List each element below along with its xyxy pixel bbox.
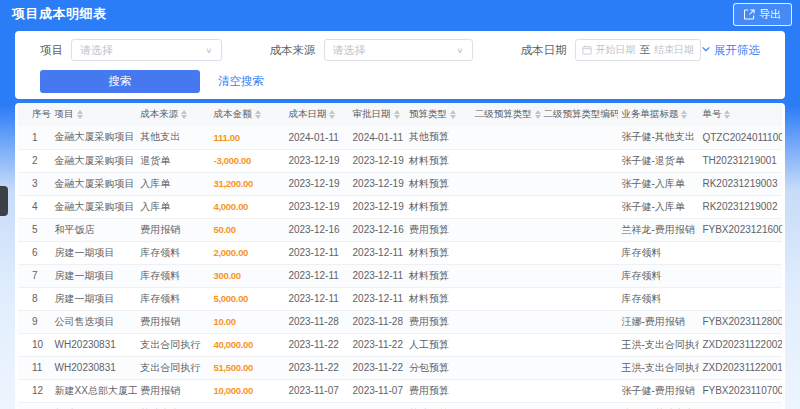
table-row: 12新建XX总部大厦工程二期费用报销10,000.002023-11-07202… bbox=[18, 379, 782, 402]
table-cell: 其他预算 bbox=[406, 126, 472, 149]
table-cell: 张子健-其他支出 bbox=[618, 402, 699, 409]
table-cell: 费用预算 bbox=[406, 310, 472, 333]
table-cell: -3,000.00 bbox=[211, 149, 286, 172]
table-cell: 2023-12-11 bbox=[285, 241, 349, 264]
sort-caret-icon[interactable] bbox=[724, 110, 730, 119]
table-cell: 2023-11-22 bbox=[350, 333, 407, 356]
table-cell: 费用报销 bbox=[137, 218, 210, 241]
table-cell: 张子健-入库单 bbox=[618, 195, 699, 218]
project-select[interactable]: 请选择 ∨ bbox=[71, 39, 222, 61]
table-cell: 费用报销 bbox=[137, 310, 210, 333]
table-cell: 2023-10-27 bbox=[285, 402, 349, 409]
table-cell: 库存领料 bbox=[137, 264, 210, 287]
table-cell: 入库单 bbox=[137, 195, 210, 218]
date-filter-label: 成本日期 bbox=[521, 43, 567, 58]
sort-caret-icon[interactable] bbox=[450, 110, 456, 119]
table-cell: 新建XX总部大厦工程二期 bbox=[52, 379, 138, 402]
column-header-4[interactable]: 成本日期 bbox=[285, 103, 349, 126]
table-cell: 王洪-支出合同执行 bbox=[618, 333, 699, 356]
table-cell: 库存领料 bbox=[137, 241, 210, 264]
sort-caret-icon[interactable] bbox=[394, 110, 400, 119]
table-cell: 金融大厦采购项目 bbox=[52, 172, 138, 195]
table-cell bbox=[472, 172, 541, 195]
chevron-down-icon bbox=[701, 44, 711, 56]
table-cell bbox=[472, 195, 541, 218]
column-header-1[interactable]: 项目 bbox=[52, 103, 138, 126]
column-header-label: 二级预算类型编码 bbox=[544, 108, 619, 119]
table-row: 6房建一期项目库存领料2,000.002023-12-112023-12-11材… bbox=[18, 241, 782, 264]
column-header-8[interactable]: 二级预算类型编码 bbox=[541, 103, 619, 126]
table-cell: 50.00 bbox=[211, 218, 286, 241]
column-header-9[interactable]: 业务单据标题 bbox=[618, 103, 699, 126]
table-row: 11WH20230831支出合同执行51,500.002023-11-22202… bbox=[18, 356, 782, 379]
table-cell bbox=[472, 287, 541, 310]
column-header-label: 二级预算类型 bbox=[475, 108, 532, 119]
table-header-row: 序号项目成本来源成本金额成本日期审批日期预算类型二级预算类型二级预算类型编码业务… bbox=[18, 103, 782, 126]
table-cell: 人工预算 bbox=[406, 333, 472, 356]
sort-caret-icon[interactable] bbox=[255, 110, 261, 119]
table-cell bbox=[541, 310, 619, 333]
source-select[interactable]: 请选择 ∨ bbox=[324, 39, 473, 61]
table-cell: FYBX20231107001 bbox=[699, 379, 782, 402]
table-cell: 3 bbox=[18, 172, 52, 195]
table-cell: 入库单 bbox=[137, 172, 210, 195]
expand-filters-link[interactable]: 展开筛选 bbox=[701, 43, 760, 58]
sort-caret-icon[interactable] bbox=[535, 110, 541, 119]
table-cell: 和平饭店 bbox=[52, 218, 138, 241]
table-cell: 2023-12-19 bbox=[350, 195, 407, 218]
column-header-3[interactable]: 成本金额 bbox=[211, 103, 286, 126]
column-header-10[interactable]: 单号 bbox=[699, 103, 782, 126]
table-cell: 金融大厦采购项目 bbox=[52, 126, 138, 149]
clear-search-button[interactable]: 清空搜索 bbox=[218, 74, 264, 89]
export-icon bbox=[744, 9, 755, 20]
date-separator: 至 bbox=[640, 43, 651, 57]
table-cell: 300.00 bbox=[211, 264, 286, 287]
table-cell: 111.00 bbox=[211, 126, 286, 149]
export-button[interactable]: 导出 bbox=[733, 3, 792, 26]
table-cell: 10.00 bbox=[211, 310, 286, 333]
column-header-label: 业务单据标题 bbox=[621, 108, 678, 119]
table-cell: 汪娜-费用报销 bbox=[618, 310, 699, 333]
table-cell: WH20230831 bbox=[52, 356, 138, 379]
table-cell: 库存领料 bbox=[618, 287, 699, 310]
column-header-7[interactable]: 二级预算类型 bbox=[472, 103, 541, 126]
cost-detail-table-card: 序号项目成本来源成本金额成本日期审批日期预算类型二级预算类型二级预算类型编码业务… bbox=[15, 103, 785, 409]
table-cell: 2023-12-19 bbox=[350, 172, 407, 195]
table-cell: 4 bbox=[18, 195, 52, 218]
table-cell: 张子健-费用报销 bbox=[618, 379, 699, 402]
table-cell: ZXD20231122002 bbox=[699, 333, 782, 356]
table-cell: 其他预算 bbox=[406, 402, 472, 409]
table-cell bbox=[472, 241, 541, 264]
column-header-2[interactable]: 成本来源 bbox=[137, 103, 210, 126]
table-cell: 支出合同执行 bbox=[137, 333, 210, 356]
table-row: 13超付预警项目其他支出100,000,000.002023-10-272023… bbox=[18, 402, 782, 409]
table-cell: 费用报销 bbox=[137, 379, 210, 402]
date-range-input[interactable]: 开始日期 至 结束日期 bbox=[575, 39, 702, 61]
search-button[interactable]: 搜索 bbox=[40, 70, 200, 93]
table-cell: 2023-11-22 bbox=[285, 356, 349, 379]
table-cell: 房建一期项目 bbox=[52, 287, 138, 310]
table-cell: 2023-12-11 bbox=[350, 287, 407, 310]
table-cell: 9 bbox=[18, 310, 52, 333]
table-cell: 2023-12-19 bbox=[350, 149, 407, 172]
filter-panel: 项目 请选择 ∨ 成本来源 请选择 ∨ 成本日期 开始日期 至 结束日期 bbox=[15, 31, 785, 99]
sort-caret-icon[interactable] bbox=[181, 110, 187, 119]
column-header-6[interactable]: 预算类型 bbox=[406, 103, 472, 126]
table-cell: FYBX20231216001 bbox=[699, 218, 782, 241]
column-header-label: 单号 bbox=[702, 108, 721, 119]
column-header-label: 项目 bbox=[55, 108, 74, 119]
table-cell: 材料预算 bbox=[406, 172, 472, 195]
table-cell: 5 bbox=[18, 218, 52, 241]
table-row: 5和平饭店费用报销50.002023-12-162023-12-16费用预算兰祥… bbox=[18, 218, 782, 241]
table-cell: 51,500.00 bbox=[211, 356, 286, 379]
table-row: 7房建一期项目库存领料300.002023-12-112023-12-11材料预… bbox=[18, 264, 782, 287]
sort-caret-icon[interactable] bbox=[681, 110, 687, 119]
table-cell bbox=[541, 241, 619, 264]
side-drawer-handle[interactable] bbox=[0, 186, 8, 216]
column-header-5[interactable]: 审批日期 bbox=[350, 103, 407, 126]
sort-caret-icon[interactable] bbox=[77, 110, 83, 119]
table-cell bbox=[541, 356, 619, 379]
column-header-0: 序号 bbox=[18, 103, 52, 126]
sort-caret-icon[interactable] bbox=[329, 110, 335, 119]
table-cell: 超付预警项目 bbox=[52, 402, 138, 409]
